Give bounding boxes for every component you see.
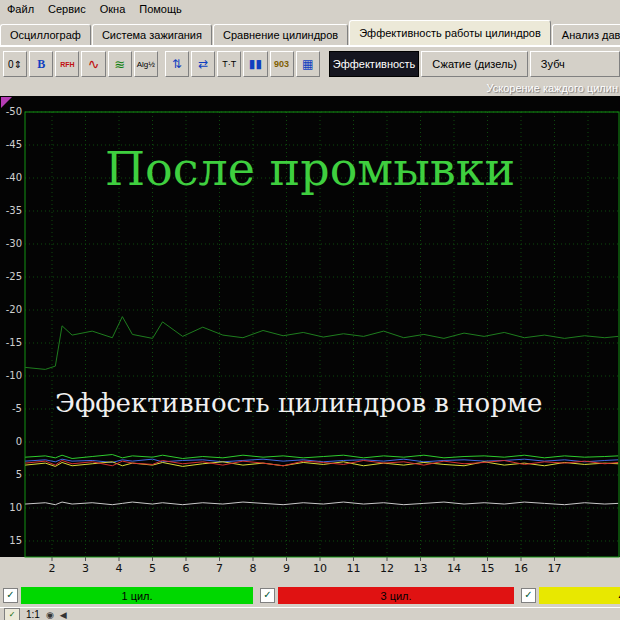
svg-text:3: 3 [82, 562, 89, 575]
tab-bar: Осциллограф Система зажигания Сравнение … [0, 18, 620, 46]
svg-text:10: 10 [9, 502, 22, 513]
svg-text:-20: -20 [6, 304, 22, 315]
svg-text:2: 2 [49, 562, 56, 575]
status-check-icon[interactable]: ✓ [4, 608, 20, 620]
legend-cyl4[interactable]: ✓ 4 цил. [518, 585, 620, 606]
svg-text:-15: -15 [6, 337, 22, 348]
annotation-subtitle: Эффективность цилиндров в норме [55, 388, 543, 418]
svg-text:15: 15 [9, 535, 22, 546]
legend-cyl4-checkbox[interactable]: ✓ [521, 588, 536, 603]
svg-text:-10: -10 [6, 370, 22, 381]
toolbar-separator [159, 52, 164, 76]
multi-waveform-icon[interactable]: ≋ [108, 51, 132, 77]
svg-text:6: 6 [183, 562, 190, 575]
tab-cylinder-comparison[interactable]: Сравнение цилиндров [213, 24, 348, 45]
legend-cyl1-checkbox[interactable]: ✓ [3, 588, 18, 603]
legend-cyl3-label[interactable]: 3 цил. [278, 587, 514, 604]
svg-text:10: 10 [313, 562, 327, 575]
annotation-title: После промывки [0, 142, 620, 196]
svg-text:5: 5 [16, 469, 22, 480]
waveform-icon[interactable]: ∿ [81, 51, 105, 77]
svg-text:15: 15 [481, 562, 495, 575]
subtab-compression[interactable]: Сжатие (дизель) [421, 51, 528, 77]
svg-text:5: 5 [149, 562, 156, 575]
svg-text:12: 12 [380, 562, 394, 575]
svg-text:0: 0 [16, 436, 22, 447]
svg-text:-25: -25 [6, 271, 22, 282]
compare-icon[interactable]: ⇄ [191, 51, 215, 77]
menu-service[interactable]: Сервис [41, 0, 93, 18]
markers-icon[interactable]: T·T [217, 51, 241, 77]
tab-oscilloscope[interactable]: Осциллограф [0, 24, 91, 45]
bars-icon[interactable]: ▮▮ [243, 51, 267, 77]
ignition-icon[interactable]: 903 [270, 51, 294, 77]
status-bar: ✓ 1:1 ◉ ◀ [0, 607, 620, 620]
svg-text:13: 13 [414, 562, 428, 575]
zero-scale-icon[interactable]: 0⇕ [3, 51, 27, 77]
status-circle-icon[interactable]: ◉ [46, 610, 54, 620]
svg-text:8: 8 [250, 562, 257, 575]
svg-text:-35: -35 [6, 205, 22, 216]
svg-text:4: 4 [116, 562, 123, 575]
tab-pressure-analysis[interactable]: Анализ давле [552, 24, 620, 45]
grid-icon[interactable]: ▦ [296, 51, 320, 77]
sort-vertical-icon[interactable]: ⇅ [165, 51, 189, 77]
status-arrow-icon[interactable]: ◀ [60, 610, 67, 620]
svg-text:7: 7 [216, 562, 223, 575]
subtab-efficiency[interactable]: Эффективность [329, 51, 420, 77]
svg-text:-5: -5 [12, 403, 22, 414]
tab-ignition-system[interactable]: Система зажигания [92, 24, 212, 45]
legend-cyl1-label[interactable]: 1 цил. [21, 587, 253, 604]
legend-cyl4-label[interactable]: 4 цил. [539, 587, 620, 604]
svg-text:17: 17 [548, 562, 562, 575]
menu-help[interactable]: Помощь [132, 0, 189, 18]
rfh-icon[interactable]: RFH [55, 51, 79, 77]
menu-bar: Файл Сервис Окна Помощь [0, 0, 620, 18]
subtab-gear[interactable]: Зубч [530, 51, 620, 77]
chart-title: Ускорение каждого цилин [486, 82, 618, 94]
menu-windows[interactable]: Окна [93, 0, 133, 18]
svg-text:11: 11 [347, 562, 361, 575]
bold-icon[interactable]: B [29, 51, 53, 77]
legend-cyl3[interactable]: ✓ 3 цил. [257, 585, 514, 606]
svg-text:9: 9 [283, 562, 290, 575]
svg-text:14: 14 [447, 562, 461, 575]
zoom-level-label: 1:1 [26, 609, 40, 620]
tab-cylinder-efficiency[interactable]: Эффективность работы цилиндров [349, 20, 551, 45]
trigger-marker-icon[interactable] [1, 97, 12, 108]
toolbar: 0⇕ B RFH ∿ ≋ Alg½ ⇅ ⇄ T·T ▮▮ 903 ▦ Эффек… [0, 46, 620, 81]
svg-text:16: 16 [514, 562, 528, 575]
menu-file[interactable]: Файл [0, 0, 41, 18]
svg-text:-30: -30 [6, 238, 22, 249]
legend-cyl3-checkbox[interactable]: ✓ [260, 588, 275, 603]
legend-bar: ✓ 1 цил. ✓ 3 цил. ✓ 4 цил. [0, 585, 620, 606]
algorithm-icon[interactable]: Alg½ [134, 51, 158, 77]
legend-cyl1[interactable]: ✓ 1 цил. [0, 585, 253, 606]
